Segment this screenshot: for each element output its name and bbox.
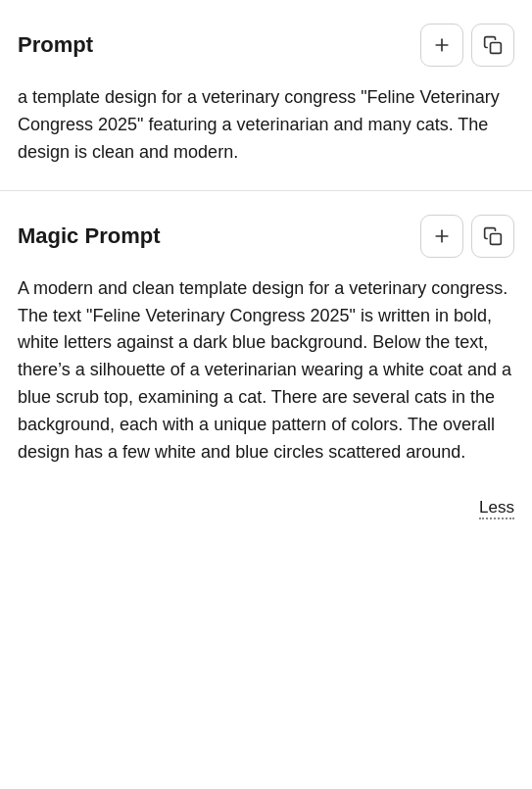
prompt-actions [420,24,514,67]
less-link-row: Less [0,490,532,529]
svg-rect-5 [491,233,502,244]
magic-prompt-title: Magic Prompt [18,223,160,249]
magic-prompt-copy-button[interactable] [471,215,514,258]
prompt-copy-button[interactable] [471,24,514,67]
prompt-title: Prompt [18,32,93,58]
plus-icon [432,35,452,55]
prompt-add-button[interactable] [420,24,463,67]
magic-prompt-header: Magic Prompt [18,215,514,258]
prompt-body: a template design for a veterinary congr… [18,84,514,167]
magic-prompt-section: Magic Prompt A modern and clean template… [0,191,532,490]
svg-rect-2 [491,43,502,54]
plus-icon [432,226,452,246]
magic-prompt-actions [420,215,514,258]
magic-prompt-body: A modern and clean template design for a… [18,275,514,467]
copy-icon [483,226,503,246]
magic-prompt-add-button[interactable] [420,215,463,258]
copy-icon [483,35,503,55]
prompt-header: Prompt [18,24,514,67]
prompt-section: Prompt a template design for a veterinar… [0,0,532,190]
less-link[interactable]: Less [479,498,514,519]
